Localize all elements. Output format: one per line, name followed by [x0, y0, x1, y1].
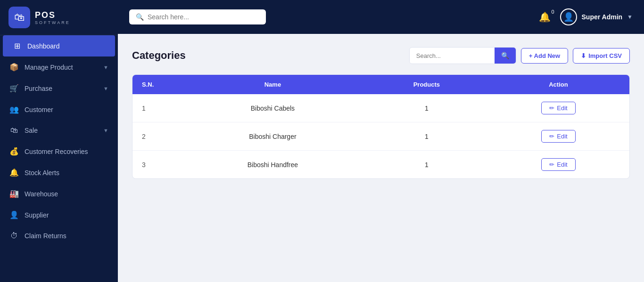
- import-icon: ⬇: [581, 52, 586, 59]
- user-name-label: Super Admin: [582, 13, 623, 21]
- logo-subtitle: SOFTWARE: [35, 20, 70, 25]
- content-area: Categories 🔍 + Add New ⬇ Import CSV S.N.: [118, 34, 644, 282]
- cell-name: Biboshi Cabels: [180, 94, 366, 122]
- cell-action: ✏ Edit: [487, 94, 629, 122]
- import-csv-button[interactable]: ⬇ Import CSV: [573, 48, 630, 64]
- sidebar-icon-manage-product: 📦: [9, 63, 19, 72]
- sidebar: 🛍 POS SOFTWARE ⊞ Dashboard 📦 Manage Prod…: [0, 0, 118, 282]
- cell-action: ✏ Edit: [487, 151, 629, 179]
- sidebar-label-manage-product: Manage Product: [25, 64, 73, 71]
- sidebar-item-customer-recoveries[interactable]: 💰 Customer Recoveries: [0, 141, 118, 162]
- topbar: 🔍 🔔 0 👤 Super Admin ▼: [118, 0, 644, 34]
- import-label: Import CSV: [588, 52, 622, 59]
- sidebar-item-warehouse[interactable]: 🏭 Warehouse: [0, 183, 118, 204]
- cell-sn: 1: [132, 94, 180, 122]
- sidebar-icon-sale: 🛍: [9, 126, 19, 135]
- categories-table-wrap: S.N. Name Products Action 1 Biboshi Cabe…: [132, 74, 630, 179]
- topbar-search-icon: 🔍: [136, 13, 144, 21]
- sidebar-icon-supplier: 👤: [9, 210, 19, 219]
- cell-name: Biboshi Charger: [180, 122, 366, 151]
- table-search-button[interactable]: 🔍: [495, 48, 516, 64]
- main-area: 🔍 🔔 0 👤 Super Admin ▼ Categories 🔍: [118, 0, 644, 282]
- topbar-search-box: 🔍: [129, 9, 266, 24]
- table-row: 2 Biboshi Charger 1 ✏ Edit: [132, 122, 629, 151]
- sidebar-icon-dashboard: ⊞: [12, 41, 22, 50]
- sidebar-item-manage-product[interactable]: 📦 Manage Product ▼: [0, 56, 118, 78]
- sidebar-label-sale: Sale: [25, 127, 38, 134]
- user-chevron-icon: ▼: [627, 14, 633, 20]
- sidebar-label-stock-alerts: Stock Alerts: [25, 169, 59, 177]
- chevron-icon-purchase: ▼: [103, 86, 108, 91]
- cell-sn: 3: [132, 151, 180, 179]
- edit-icon-1: ✏: [549, 105, 554, 112]
- sidebar-icon-customer: 👥: [9, 105, 19, 114]
- col-name: Name: [180, 75, 366, 94]
- table-search-input[interactable]: [410, 48, 495, 63]
- sidebar-label-dashboard: Dashboard: [27, 42, 60, 50]
- nav-list: ⊞ Dashboard 📦 Manage Product ▼ 🛒 Purchas…: [0, 35, 118, 246]
- col-products: Products: [366, 75, 487, 94]
- add-new-button[interactable]: + Add New: [521, 48, 568, 64]
- topbar-right: 🔔 0 👤 Super Admin ▼: [539, 8, 633, 25]
- sidebar-label-customer-recoveries: Customer Recoveries: [25, 148, 88, 155]
- sidebar-icon-customer-recoveries: 💰: [9, 147, 19, 156]
- edit-icon-2: ✏: [549, 133, 554, 140]
- header-actions: 🔍 + Add New ⬇ Import CSV: [409, 47, 630, 64]
- cell-sn: 2: [132, 122, 180, 151]
- col-sn: S.N.: [132, 75, 180, 94]
- table-body: 1 Biboshi Cabels 1 ✏ Edit 2 Biboshi Char…: [132, 94, 629, 178]
- notification-count: 0: [551, 9, 554, 15]
- sidebar-item-dashboard[interactable]: ⊞ Dashboard: [3, 35, 115, 56]
- sidebar-icon-purchase: 🛒: [9, 84, 19, 93]
- sidebar-item-claim-returns[interactable]: ⏱ Claim Returns: [0, 226, 118, 246]
- logo-icon: 🛍: [8, 7, 30, 28]
- sidebar-item-supplier[interactable]: 👤 Supplier: [0, 204, 118, 226]
- topbar-search-input[interactable]: [148, 13, 259, 21]
- chevron-icon-manage-product: ▼: [103, 64, 108, 70]
- edit-button-3[interactable]: ✏ Edit: [541, 158, 575, 171]
- avatar: 👤: [560, 8, 577, 25]
- logo-text: POS SOFTWARE: [35, 10, 70, 25]
- sidebar-item-sale[interactable]: 🛍 Sale ▼: [0, 120, 118, 141]
- table-row: 1 Biboshi Cabels 1 ✏ Edit: [132, 94, 629, 122]
- logo-area: 🛍 POS SOFTWARE: [0, 0, 118, 35]
- sidebar-icon-claim-returns: ⏱: [9, 232, 19, 240]
- sidebar-item-purchase[interactable]: 🛒 Purchase ▼: [0, 78, 118, 99]
- table-header: S.N. Name Products Action: [132, 75, 629, 94]
- user-info[interactable]: 👤 Super Admin ▼: [560, 8, 633, 25]
- logo-title: POS: [35, 10, 70, 20]
- sidebar-label-purchase: Purchase: [25, 85, 52, 92]
- sidebar-label-warehouse: Warehouse: [25, 190, 58, 198]
- sidebar-item-stock-alerts[interactable]: 🔔 Stock Alerts: [0, 162, 118, 183]
- table-row: 3 Biboshi Handfree 1 ✏ Edit: [132, 151, 629, 179]
- cell-name: Biboshi Handfree: [180, 151, 366, 179]
- sidebar-item-customer[interactable]: 👥 Customer: [0, 99, 118, 120]
- cell-action: ✏ Edit: [487, 122, 629, 151]
- cell-products: 1: [366, 122, 487, 151]
- page-title: Categories: [132, 49, 186, 62]
- edit-icon-3: ✏: [549, 161, 554, 168]
- col-action: Action: [487, 75, 629, 94]
- notification-bell[interactable]: 🔔 0: [539, 11, 551, 23]
- sidebar-icon-stock-alerts: 🔔: [9, 168, 19, 177]
- cell-products: 1: [366, 151, 487, 179]
- content-header: Categories 🔍 + Add New ⬇ Import CSV: [132, 47, 630, 64]
- sidebar-label-supplier: Supplier: [25, 211, 49, 219]
- chevron-icon-sale: ▼: [103, 128, 108, 133]
- table-search-box: 🔍: [409, 47, 516, 64]
- edit-button-2[interactable]: ✏ Edit: [541, 130, 575, 143]
- cell-products: 1: [366, 94, 487, 122]
- sidebar-icon-warehouse: 🏭: [9, 189, 19, 198]
- sidebar-label-claim-returns: Claim Returns: [25, 232, 66, 240]
- sidebar-label-customer: Customer: [25, 106, 53, 113]
- edit-button-1[interactable]: ✏ Edit: [541, 102, 575, 114]
- categories-table: S.N. Name Products Action 1 Biboshi Cabe…: [132, 75, 629, 178]
